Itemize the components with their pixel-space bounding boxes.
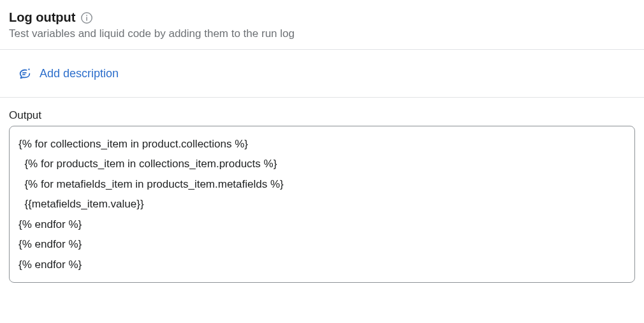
page-title: Log output: [9, 10, 75, 25]
title-row: Log output: [9, 10, 635, 25]
add-description-link[interactable]: Add description: [40, 67, 119, 80]
page-subtitle: Test variables and liquid code by adding…: [9, 27, 635, 40]
info-icon[interactable]: [80, 11, 93, 24]
description-section: Add description: [0, 50, 644, 97]
output-section: Output {% for collections_item in produc…: [0, 98, 644, 289]
header: Log output Test variables and liquid cod…: [0, 0, 644, 49]
output-label: Output: [9, 109, 635, 122]
output-code-input[interactable]: {% for collections_item in product.colle…: [9, 126, 635, 283]
speech-sparkle-icon: [18, 66, 32, 80]
svg-point-1: [87, 15, 88, 16]
